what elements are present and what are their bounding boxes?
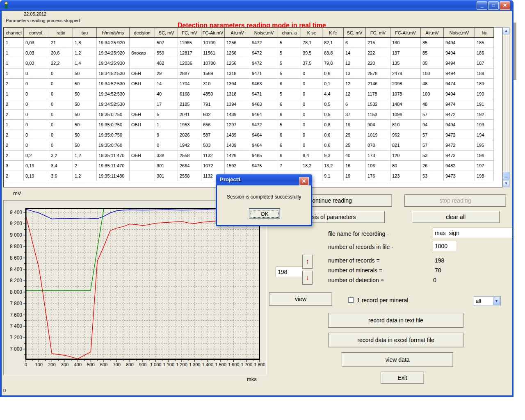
column-header: SC, mV (155, 28, 178, 38)
record-text-file-button[interactable]: record data in text file (328, 313, 463, 328)
main-window: _ □ ✕ 22.05.2012 Parameters reading proc… (0, 0, 514, 397)
table-cell: 13 (344, 68, 366, 79)
table-cell: 78,1 (301, 38, 322, 48)
table-cell: 0 (155, 140, 178, 151)
record-excel-file-button[interactable]: record data in excel format file (328, 333, 463, 347)
table-cell: 2146 (366, 79, 390, 89)
table-cell (130, 99, 155, 110)
table-cell: 0 (24, 130, 49, 140)
table-cell: 2041 (178, 110, 201, 120)
table-cell: 194 (475, 130, 494, 140)
table-cell: 57 (421, 110, 444, 120)
dialog-close-button[interactable]: ✕ (299, 177, 309, 185)
table-cell: 1318 (225, 89, 250, 99)
table-cell: 1532 (366, 99, 390, 110)
table-cell: 29 (344, 130, 366, 140)
table-row: 20,23,21,219:35:11:470ОБН338255811321426… (4, 151, 494, 161)
one-record-checkbox[interactable] (348, 297, 354, 303)
maximize-button[interactable]: □ (488, 1, 499, 10)
table-cell: 0 (301, 89, 322, 99)
table-cell: 0,03 (24, 38, 49, 48)
column-header: SC, mV (344, 28, 366, 38)
table-cell: 187 (475, 58, 494, 68)
close-button[interactable]: ✕ (500, 1, 510, 10)
clear-all-button[interactable]: clear all (412, 211, 500, 223)
table-cell: 37 (344, 110, 366, 120)
svg-text:1 500: 1 500 (215, 362, 226, 367)
table-cell: 6 (344, 38, 366, 48)
filter-dropdown[interactable]: all ▼ (474, 296, 501, 306)
table-cell: 1178 (366, 89, 390, 99)
num-detection-value: 0 (433, 277, 436, 283)
table-cell: 9474 (444, 79, 475, 89)
table-cell: 85 (421, 48, 444, 58)
table-cell: 9494 (444, 48, 475, 58)
table-cell: 83,8 (322, 48, 344, 58)
table-cell: 6 (278, 79, 301, 89)
stop-reading-button[interactable]: stop reading (404, 194, 506, 207)
titlebar[interactable]: _ □ ✕ (0, 0, 514, 11)
table-cell: 6168 (178, 89, 201, 99)
spin-up-button[interactable]: ↑ (302, 255, 313, 269)
table-cell: 2 (4, 99, 24, 110)
dialog-ok-button[interactable]: OK (249, 208, 280, 219)
table-cell: 11965 (178, 38, 201, 48)
file-name-label: file name for recording - (328, 231, 389, 237)
record-index-input[interactable] (276, 267, 302, 277)
scrollbar-up-button[interactable]: ▲ (503, 27, 509, 34)
table-cell: 19 (344, 120, 366, 130)
svg-text:1 200: 1 200 (176, 362, 187, 367)
table-cell: 1953 (178, 120, 201, 130)
column-header: Air,mV (421, 28, 444, 38)
table-cell: 17 (155, 99, 178, 110)
table-cell: 1484 (390, 99, 421, 110)
table-cell: 19:35:0:760 (97, 140, 130, 151)
table-cell: 9464 (250, 110, 278, 120)
view-button[interactable]: view (269, 292, 332, 306)
minimize-button[interactable]: _ (477, 1, 487, 10)
table-scrollbar[interactable]: ▲ ▼ (502, 27, 510, 187)
file-name-input[interactable] (433, 228, 512, 238)
spin-down-button[interactable]: ↓ (302, 271, 313, 285)
table-cell: 2558 (178, 171, 201, 181)
table-cell: 50 (73, 130, 97, 140)
dialog-titlebar[interactable]: Project1 (216, 174, 312, 185)
svg-text:800: 800 (126, 362, 133, 367)
data-grid[interactable]: channelconvol.ratiotauh/min/s/msdecision… (3, 27, 502, 187)
table-cell: 9475 (250, 161, 278, 171)
table-cell: 19:35:0:750 (97, 120, 130, 130)
table-cell: 0 (301, 120, 322, 130)
table-cell: 5 (278, 58, 301, 68)
scrollbar-down-button[interactable]: ▼ (503, 180, 509, 187)
table-cell: 2 (4, 79, 24, 89)
exit-button[interactable]: Exit (381, 372, 424, 384)
table-cell: 0,2 (24, 151, 49, 161)
table-cell: 301 (155, 161, 178, 171)
table-cell: 192 (475, 110, 494, 120)
table-cell: 2 (4, 140, 24, 151)
table-cell: 37,5 (301, 58, 322, 68)
table-cell: 1,2 (73, 171, 97, 181)
table-cell: 198 (475, 171, 494, 181)
view-data-button[interactable]: view data (342, 352, 453, 367)
dialog-title: Project1 (220, 176, 241, 183)
svg-text:300: 300 (61, 362, 68, 367)
table-cell: 1394 (225, 99, 250, 110)
table-cell: 1,2 (73, 151, 97, 161)
table-cell: 0 (49, 110, 73, 120)
svg-text:7 000: 7 000 (10, 346, 22, 352)
table-cell: 1439 (225, 130, 250, 140)
table-cell: 2578 (366, 68, 390, 79)
records-in-file-input[interactable] (433, 241, 457, 251)
table-cell: 587 (201, 130, 225, 140)
svg-text:1 000: 1 000 (150, 362, 162, 367)
background-window-fragment (514, 23, 516, 80)
table-cell: 503 (201, 140, 225, 151)
table-cell: 3,2 (49, 151, 73, 161)
scrollbar-thumb[interactable] (503, 172, 509, 180)
svg-text:200: 200 (48, 362, 55, 367)
table-cell: 9474 (444, 99, 475, 110)
table-cell: 338 (155, 151, 178, 161)
svg-text:700: 700 (113, 362, 120, 367)
table-cell: 8,4 (301, 151, 322, 161)
